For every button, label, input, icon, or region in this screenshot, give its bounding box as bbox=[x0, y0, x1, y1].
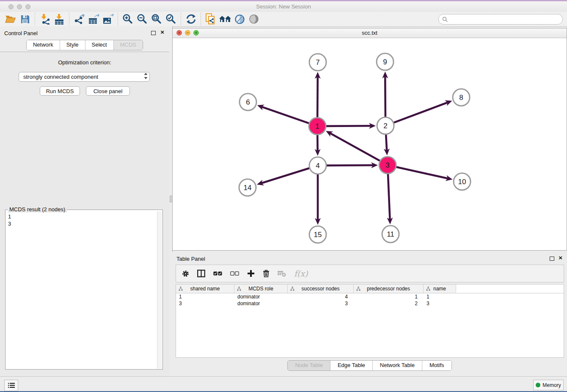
edge-2-8[interactable] bbox=[394, 102, 449, 123]
graph-node-6[interactable]: 6 bbox=[239, 94, 256, 110]
zoom-out-icon bbox=[137, 14, 148, 25]
zoom-fit-button[interactable] bbox=[149, 13, 164, 25]
node-label: 6 bbox=[246, 98, 250, 106]
edge-1-6[interactable] bbox=[260, 106, 309, 123]
optimization-criterion-label: Optimization criterion: bbox=[0, 59, 169, 66]
tab-style[interactable]: Style bbox=[60, 40, 85, 50]
refresh-button[interactable] bbox=[184, 13, 198, 25]
tab-motifs[interactable]: Motifs bbox=[422, 361, 451, 370]
search-input[interactable] bbox=[448, 15, 562, 23]
export-image-button[interactable] bbox=[101, 13, 115, 25]
vizmap-button[interactable] bbox=[232, 13, 247, 25]
criterion-select[interactable]: strongly connected component bbox=[19, 72, 150, 82]
tab-mcds[interactable]: MCDS bbox=[113, 40, 143, 50]
status-bar: Memory bbox=[0, 376, 567, 392]
hide-button[interactable] bbox=[247, 13, 261, 25]
tab-edge-table[interactable]: Edge Table bbox=[330, 361, 372, 370]
table-cell: 3 bbox=[424, 300, 456, 307]
columns-icon bbox=[197, 270, 205, 277]
graph-node-1[interactable]: 1 bbox=[309, 118, 326, 135]
edge-2-3[interactable] bbox=[386, 135, 387, 152]
node-label: 1 bbox=[315, 122, 319, 130]
export-table-button[interactable] bbox=[86, 13, 101, 25]
close-panel-icon[interactable]: × bbox=[160, 29, 164, 36]
column-label: MCDS role bbox=[248, 286, 273, 292]
graph-node-14[interactable]: 14 bbox=[239, 179, 256, 196]
tab-network-table[interactable]: Network Table bbox=[372, 361, 422, 370]
graph-node-3[interactable]: 3 bbox=[379, 157, 396, 174]
column-header-name[interactable]: name bbox=[424, 284, 456, 293]
run-mcds-button[interactable]: Run MCDS bbox=[40, 86, 80, 96]
toolbar-separator bbox=[201, 13, 201, 25]
import-network-icon bbox=[39, 14, 50, 25]
graph-node-4[interactable]: 4 bbox=[309, 157, 326, 174]
table-row[interactable]: 1dominator411 bbox=[176, 293, 564, 300]
checked-boxes-icon bbox=[213, 271, 222, 276]
edge-4-3[interactable] bbox=[327, 165, 375, 166]
table-settings-button[interactable] bbox=[182, 270, 189, 277]
close-panel-icon[interactable]: × bbox=[559, 254, 562, 261]
zoom-out-button[interactable] bbox=[135, 13, 149, 25]
float-panel-icon[interactable] bbox=[151, 31, 156, 35]
edge-3-10[interactable] bbox=[396, 167, 450, 179]
mcds-result-scrollbar[interactable] bbox=[157, 211, 162, 369]
column-header-MCDS-role[interactable]: MCDS role bbox=[234, 284, 288, 293]
edge-1-7[interactable] bbox=[317, 75, 318, 117]
graph-node-15[interactable]: 15 bbox=[309, 226, 326, 243]
float-panel-icon[interactable] bbox=[550, 257, 554, 261]
delete-column-button[interactable] bbox=[263, 270, 270, 277]
zoom-selected-button[interactable] bbox=[164, 13, 178, 25]
network-graph-canvas[interactable]: 1234678910111415 bbox=[173, 38, 567, 250]
edge-2-9[interactable] bbox=[385, 75, 385, 117]
table-panel-header: Table Panel × bbox=[172, 252, 567, 265]
graph-node-2[interactable]: 2 bbox=[377, 117, 394, 134]
column-header-shared-name[interactable]: shared name bbox=[176, 284, 234, 293]
graph-node-10[interactable]: 10 bbox=[454, 173, 471, 190]
task-history-button[interactable] bbox=[4, 380, 18, 391]
clone-network-button[interactable] bbox=[204, 13, 218, 25]
graph-node-11[interactable]: 11 bbox=[382, 226, 399, 243]
deselect-all-button[interactable] bbox=[230, 271, 239, 276]
edge-4-14[interactable] bbox=[260, 168, 309, 184]
column-header-successor-nodes[interactable]: successor nodes bbox=[288, 284, 354, 293]
function-builder-button[interactable]: f(x) bbox=[294, 269, 308, 278]
edge-3-1[interactable] bbox=[328, 133, 380, 161]
save-session-button[interactable] bbox=[18, 13, 32, 25]
memory-button[interactable]: Memory bbox=[533, 380, 564, 390]
import-table-button[interactable] bbox=[52, 13, 66, 25]
delete-table-icon bbox=[278, 271, 286, 277]
create-column-button[interactable] bbox=[247, 270, 255, 277]
table-cell: 3 bbox=[176, 300, 234, 307]
unchecked-boxes-icon bbox=[230, 271, 239, 276]
main-titlebar: Session: New Session bbox=[0, 1, 567, 12]
column-label: predecessor nodes bbox=[367, 286, 410, 292]
edge-1-2[interactable] bbox=[326, 126, 373, 126]
tab-node-table[interactable]: Node Table bbox=[288, 361, 330, 370]
show-column-panel-button[interactable] bbox=[197, 270, 205, 277]
export-network-button[interactable] bbox=[72, 13, 86, 25]
export-table-icon bbox=[88, 14, 99, 25]
tab-network[interactable]: Network bbox=[27, 40, 60, 50]
graph-node-9[interactable]: 9 bbox=[377, 53, 394, 70]
edge-3-11[interactable] bbox=[388, 174, 390, 221]
select-stepper-icon bbox=[142, 73, 149, 81]
table-cell: 1 bbox=[354, 293, 424, 300]
hierarchy-icon bbox=[237, 287, 241, 291]
open-file-button[interactable] bbox=[3, 13, 18, 25]
table-row[interactable]: 3dominator323 bbox=[176, 300, 564, 307]
tab-select[interactable]: Select bbox=[85, 40, 113, 50]
graph-node-8[interactable]: 8 bbox=[453, 89, 470, 106]
table-tabs: Node TableEdge TableNetwork TableMotifs bbox=[172, 360, 567, 371]
table-toolbar: f(x) bbox=[176, 265, 564, 282]
plus-icon bbox=[247, 270, 255, 277]
column-header-predecessor-nodes[interactable]: predecessor nodes bbox=[354, 284, 424, 293]
vizmap-icon bbox=[234, 14, 245, 25]
delete-table-button[interactable] bbox=[278, 271, 286, 277]
select-all-button[interactable] bbox=[213, 271, 222, 276]
import-network-button[interactable] bbox=[38, 13, 52, 25]
node-label: 3 bbox=[385, 161, 389, 169]
graph-node-7[interactable]: 7 bbox=[309, 54, 326, 71]
home-button[interactable] bbox=[218, 13, 232, 25]
zoom-in-button[interactable] bbox=[121, 13, 135, 25]
close-panel-button[interactable]: Close panel bbox=[86, 86, 130, 96]
